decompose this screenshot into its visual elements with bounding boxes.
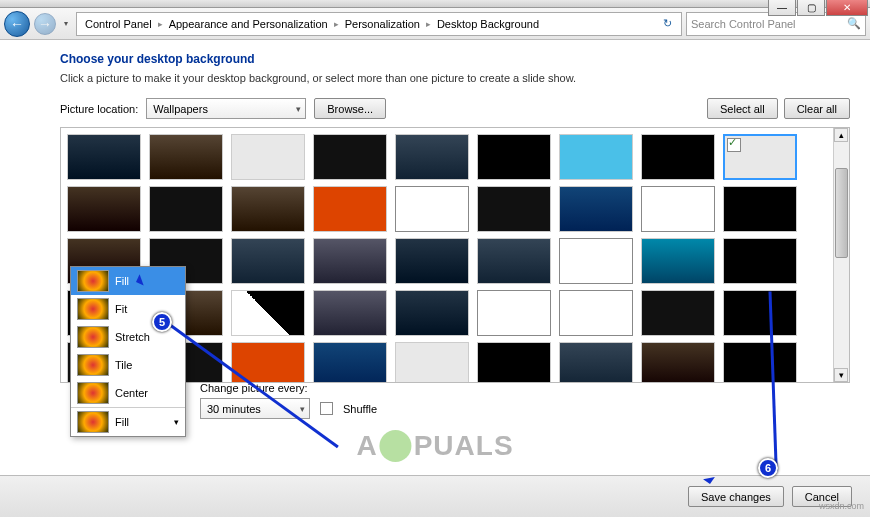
position-label: Center xyxy=(115,387,148,399)
wallpaper-thumb[interactable] xyxy=(395,134,469,180)
position-preview-icon xyxy=(77,298,109,320)
wallpaper-thumb[interactable] xyxy=(559,186,633,232)
search-icon[interactable]: 🔍 xyxy=(847,17,861,30)
picture-location-row: Picture location: Wallpapers Browse... S… xyxy=(60,98,850,119)
wallpaper-thumb[interactable] xyxy=(395,290,469,336)
change-every-label: Change picture every: xyxy=(200,382,377,394)
breadcrumb-item[interactable]: Appearance and Personalization xyxy=(165,16,332,32)
titlebar: — ▢ ✕ xyxy=(0,0,870,8)
annotation-step-5: 5 xyxy=(152,312,172,332)
wallpaper-thumb[interactable] xyxy=(313,290,387,336)
minimize-button[interactable]: — xyxy=(768,0,796,16)
position-preview-icon xyxy=(77,382,109,404)
chevron-right-icon: ▸ xyxy=(334,19,339,29)
select-all-button[interactable]: Select all xyxy=(707,98,778,119)
wallpaper-thumb[interactable] xyxy=(641,238,715,284)
chevron-right-icon: ▸ xyxy=(158,19,163,29)
navbar: ← → ▾ Control Panel▸ Appearance and Pers… xyxy=(0,8,870,40)
wallpaper-thumb[interactable] xyxy=(67,134,141,180)
position-label: Fit xyxy=(115,303,127,315)
watermark: A PUALS xyxy=(356,430,513,462)
wallpaper-thumb[interactable] xyxy=(723,342,797,383)
chevron-right-icon: ▸ xyxy=(426,19,431,29)
wallpaper-thumb[interactable] xyxy=(231,134,305,180)
breadcrumb-item[interactable]: Desktop Background xyxy=(433,16,543,32)
annotation-step-6: 6 xyxy=(758,458,778,478)
position-preview-icon xyxy=(77,326,109,348)
position-label: Stretch xyxy=(115,331,150,343)
nav-back-button[interactable]: ← xyxy=(4,11,30,37)
credit-text: wsxdn.com xyxy=(819,501,864,511)
scroll-thumb[interactable] xyxy=(835,168,848,258)
position-label: Tile xyxy=(115,359,132,371)
position-option-center[interactable]: Center xyxy=(71,379,185,407)
position-preview-icon xyxy=(77,270,109,292)
position-selected-label: Fill xyxy=(115,416,129,428)
wallpaper-thumb[interactable] xyxy=(231,238,305,284)
wallpaper-thumb[interactable] xyxy=(395,238,469,284)
position-preview-icon xyxy=(77,411,109,433)
page-subtitle: Click a picture to make it your desktop … xyxy=(60,72,850,84)
wallpaper-thumb[interactable] xyxy=(395,342,469,383)
picture-location-dropdown[interactable]: Wallpapers xyxy=(146,98,306,119)
annotation-arrowhead xyxy=(703,477,717,491)
breadcrumb-item[interactable]: Personalization xyxy=(341,16,424,32)
wallpaper-thumb[interactable] xyxy=(559,342,633,383)
breadcrumb[interactable]: Control Panel▸ Appearance and Personaliz… xyxy=(76,12,682,36)
watermark-text: A xyxy=(356,430,377,462)
wallpaper-thumb[interactable] xyxy=(313,134,387,180)
wallpaper-thumb[interactable] xyxy=(559,134,633,180)
wallpaper-thumb[interactable] xyxy=(477,186,551,232)
position-label: Fill xyxy=(115,275,129,287)
browse-button[interactable]: Browse... xyxy=(314,98,386,119)
wallpaper-thumb[interactable] xyxy=(313,342,387,383)
position-option-tile[interactable]: Tile xyxy=(71,351,185,379)
nav-forward-button[interactable]: → xyxy=(34,13,56,35)
footer-bar: Save changes Cancel xyxy=(0,475,870,517)
wallpaper-thumb[interactable] xyxy=(149,134,223,180)
wallpaper-thumb[interactable] xyxy=(231,186,305,232)
wallpaper-thumb[interactable] xyxy=(149,186,223,232)
shuffle-label: Shuffle xyxy=(343,403,377,415)
wallpaper-thumb[interactable] xyxy=(641,342,715,383)
wallpaper-thumb[interactable] xyxy=(313,238,387,284)
watermark-text: PUALS xyxy=(414,430,514,462)
wallpaper-thumb[interactable] xyxy=(559,290,633,336)
wallpaper-thumb[interactable] xyxy=(395,186,469,232)
picture-position-dropdown[interactable]: Fill xyxy=(71,407,185,436)
wallpaper-thumb-selected[interactable] xyxy=(723,134,797,180)
refresh-icon[interactable]: ↻ xyxy=(657,17,677,30)
wallpaper-thumb[interactable] xyxy=(231,290,305,336)
close-button[interactable]: ✕ xyxy=(826,0,868,16)
picture-position-menu: Fill Fit Stretch Tile Center Fill xyxy=(70,266,186,437)
wallpaper-thumb[interactable] xyxy=(477,134,551,180)
wallpaper-thumb[interactable] xyxy=(477,238,551,284)
wallpaper-thumb[interactable] xyxy=(477,290,551,336)
vertical-scrollbar[interactable]: ▴ ▾ xyxy=(833,128,849,382)
scroll-up-button[interactable]: ▴ xyxy=(834,128,848,142)
position-option-fill[interactable]: Fill xyxy=(71,267,185,295)
nav-history-dropdown[interactable]: ▾ xyxy=(60,14,72,34)
search-placeholder: Search Control Panel xyxy=(691,18,796,30)
wallpaper-thumb[interactable] xyxy=(67,186,141,232)
clear-all-button[interactable]: Clear all xyxy=(784,98,850,119)
wallpaper-thumb[interactable] xyxy=(641,290,715,336)
page-title: Choose your desktop background xyxy=(60,52,850,66)
wallpaper-thumb[interactable] xyxy=(559,238,633,284)
watermark-logo-icon xyxy=(380,430,412,462)
wallpaper-thumb[interactable] xyxy=(641,186,715,232)
scroll-down-button[interactable]: ▾ xyxy=(834,368,848,382)
breadcrumb-item[interactable]: Control Panel xyxy=(81,16,156,32)
wallpaper-thumb[interactable] xyxy=(723,238,797,284)
wallpaper-thumb[interactable] xyxy=(477,342,551,383)
save-changes-button[interactable]: Save changes xyxy=(688,486,784,507)
wallpaper-thumb[interactable] xyxy=(723,186,797,232)
wallpaper-thumb[interactable] xyxy=(723,290,797,336)
wallpaper-thumb[interactable] xyxy=(641,134,715,180)
shuffle-checkbox[interactable] xyxy=(320,402,333,415)
maximize-button[interactable]: ▢ xyxy=(797,0,825,16)
picture-location-label: Picture location: xyxy=(60,103,138,115)
position-preview-icon xyxy=(77,354,109,376)
wallpaper-thumb[interactable] xyxy=(313,186,387,232)
